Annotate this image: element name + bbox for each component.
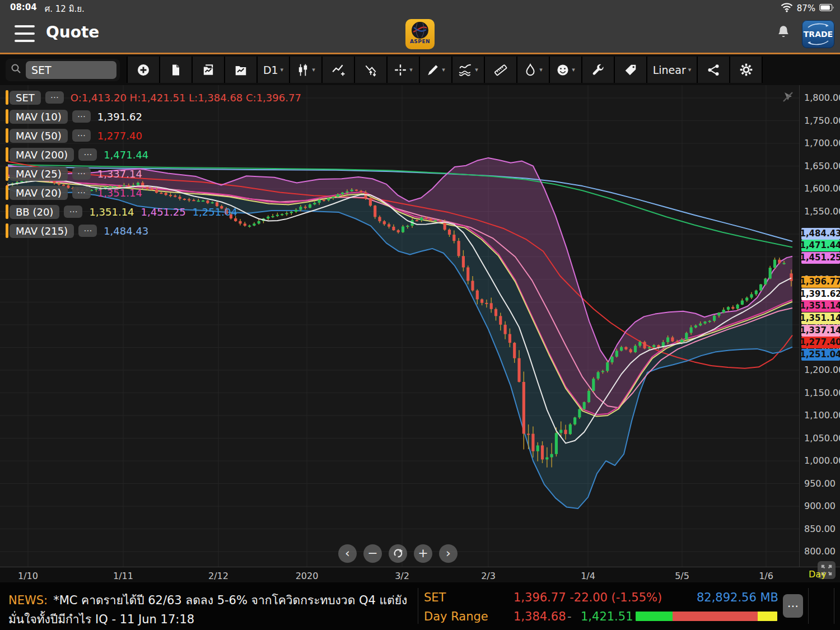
range-bar-segment bbox=[636, 612, 673, 621]
y-axis-label: 1,050.00 bbox=[804, 433, 839, 444]
reset-view-button[interactable] bbox=[389, 544, 407, 563]
indicator-value: 1,251.04 bbox=[193, 206, 237, 218]
indicator-pill[interactable]: MAV (50) bbox=[10, 129, 68, 143]
y-axis-label: 900.00 bbox=[804, 501, 839, 511]
y-axis-label: 1,550.00 bbox=[804, 206, 839, 217]
indicator-options-button[interactable]: ⋯ bbox=[72, 186, 91, 199]
legend-row-mav-20: MAV (20)⋯1,351.14 bbox=[6, 185, 301, 200]
aspen-logo: ASPEN bbox=[405, 19, 435, 49]
indicator-accent bbox=[6, 109, 8, 124]
droplet-icon bbox=[524, 63, 537, 77]
tag-button[interactable] bbox=[614, 57, 646, 83]
indicator-accent bbox=[6, 204, 8, 219]
gear-icon bbox=[739, 63, 753, 77]
menu-button[interactable] bbox=[15, 25, 35, 42]
chevron-down-icon: ▾ bbox=[442, 66, 445, 73]
save-chart-layout-button[interactable] bbox=[224, 57, 256, 83]
scale-dropdown[interactable]: Linear▾ bbox=[646, 57, 697, 83]
trade-arrow-bottom-icon bbox=[806, 40, 830, 46]
share-button[interactable] bbox=[697, 57, 729, 83]
status-bar: 08:04 ศ. 12 มิ.ย. 87% bbox=[0, 0, 840, 16]
indicator-pill[interactable]: MAV (200) bbox=[10, 148, 74, 162]
indicator-value: 1,337.14 bbox=[97, 168, 142, 180]
indicator-pill[interactable]: MAV (25) bbox=[10, 167, 68, 181]
open-chart-layouts-button[interactable] bbox=[192, 57, 224, 83]
chart-type-dropdown[interactable]: ▾ bbox=[289, 57, 321, 83]
add-symbol-button[interactable] bbox=[127, 57, 159, 83]
news-ticker-line1[interactable]: NEWS:*MC คาดรายได้ปี 62/63 ลดลง 5-6% จาก… bbox=[8, 591, 407, 609]
x-axis-label: 2/12 bbox=[200, 571, 236, 581]
measure-button[interactable] bbox=[484, 57, 516, 83]
settings-tools-button[interactable] bbox=[581, 57, 614, 83]
indicator-options-button[interactable]: ⋯ bbox=[72, 167, 91, 180]
news-text-1: *MC คาดรายได้ปี 62/63 ลดลง 5-6% จากโควิด… bbox=[53, 594, 407, 607]
price-tag: 1,396.77 bbox=[801, 276, 840, 288]
folder-charts-icon bbox=[202, 63, 215, 77]
interval-label: D1 bbox=[263, 64, 278, 76]
indicator-pill[interactable]: MAV (20) bbox=[10, 186, 68, 200]
search-input[interactable]: SET bbox=[26, 61, 116, 79]
indicator-options-button[interactable]: ⋯ bbox=[64, 206, 82, 218]
indicator-pill[interactable]: BB (20) bbox=[10, 205, 59, 219]
indicator-options-button[interactable]: ⋯ bbox=[72, 110, 91, 123]
indicator-options-button[interactable]: ⋯ bbox=[78, 225, 97, 237]
trade-button[interactable]: TRADE bbox=[802, 20, 834, 48]
x-axis-label: 1/10 bbox=[10, 571, 46, 581]
share-icon bbox=[707, 63, 720, 77]
settings-button[interactable] bbox=[729, 57, 763, 83]
price-tag: 1,251.04 bbox=[801, 349, 840, 361]
legend-row-mav-25: MAV (25)⋯1,337.14 bbox=[6, 166, 301, 181]
search-field[interactable]: SET bbox=[6, 59, 120, 81]
notifications-bell-icon[interactable] bbox=[776, 25, 791, 41]
smiley-icon bbox=[556, 63, 570, 77]
chevron-down-icon: ▾ bbox=[281, 66, 284, 73]
pan-right-button[interactable]: › bbox=[439, 544, 458, 563]
emoji-dropdown[interactable]: ▾ bbox=[549, 57, 581, 83]
price-tag: 1,337.14 bbox=[801, 325, 840, 337]
indicator-options-button[interactable]: ⋯ bbox=[72, 129, 91, 142]
zoom-in-button[interactable]: + bbox=[414, 544, 432, 563]
fibonacci-tools-dropdown[interactable]: ▾ bbox=[451, 57, 484, 83]
indicator-accent bbox=[6, 128, 8, 143]
candlestick-icon bbox=[296, 63, 310, 77]
wave-tool-icon bbox=[458, 63, 473, 77]
ruler-icon bbox=[494, 63, 507, 77]
price-tag: 1,351.14 bbox=[801, 300, 840, 312]
pan-left-button[interactable]: ‹ bbox=[338, 544, 357, 563]
divider bbox=[834, 588, 834, 624]
indicator-value: O:1,413.20 H:1,421.51 L:1,384.68 C:1,396… bbox=[71, 92, 301, 104]
crosshair-icon bbox=[394, 63, 407, 77]
period-label[interactable]: Day bbox=[809, 569, 827, 580]
new-chart-button[interactable] bbox=[159, 57, 192, 83]
zoom-out-button[interactable]: − bbox=[363, 544, 382, 563]
price-tag: 1,471.44 bbox=[801, 240, 840, 251]
draw-tools-dropdown[interactable]: ▾ bbox=[419, 57, 451, 83]
shapes-dropdown[interactable]: ▾ bbox=[516, 57, 549, 83]
indicator-value: 1,351.14 bbox=[89, 206, 134, 218]
news-ticker-line2[interactable]: มั่นใจทั้งปีมีกำไร IQ - 11 Jun 17:18 bbox=[8, 610, 194, 628]
indicator-pill[interactable]: SET bbox=[10, 91, 41, 105]
indicator-pill[interactable]: MAV (10) bbox=[10, 110, 68, 124]
add-study-button[interactable] bbox=[321, 57, 354, 83]
indicator-value: 1,471.44 bbox=[104, 149, 148, 161]
folder-chart-icon bbox=[234, 63, 248, 77]
indicator-pill[interactable]: MAV (215) bbox=[10, 224, 74, 238]
trend-line-plus-icon bbox=[332, 63, 345, 77]
y-axis-label: 1,150.00 bbox=[804, 388, 839, 398]
indicator-accent bbox=[6, 90, 8, 105]
status-date: ศ. 12 มิ.ย. bbox=[45, 2, 85, 16]
auto-scale-button[interactable] bbox=[354, 57, 386, 83]
crosshair-off-icon[interactable] bbox=[782, 91, 794, 105]
price-tag: 1,351.14 bbox=[801, 312, 840, 324]
more-options-button[interactable]: ⋯ bbox=[783, 594, 803, 618]
chart-panel[interactable]: SET⋯O:1,413.20 H:1,421.51 L:1,384.68 C:1… bbox=[0, 85, 840, 582]
indicator-legend: SET⋯O:1,413.20 H:1,421.51 L:1,384.68 C:1… bbox=[6, 90, 301, 242]
indicator-options-button[interactable]: ⋯ bbox=[45, 91, 64, 104]
interval-dropdown[interactable]: D1▾ bbox=[256, 57, 289, 83]
bottom-info-bar: NEWS:*MC คาดรายได้ปี 62/63 ลดลง 5-6% จาก… bbox=[0, 582, 840, 630]
document-icon bbox=[170, 63, 182, 77]
day-range-label: Day Range bbox=[424, 610, 488, 623]
battery-icon bbox=[819, 3, 834, 13]
crosshair-dropdown[interactable]: ▾ bbox=[386, 57, 419, 83]
indicator-options-button[interactable]: ⋯ bbox=[78, 148, 97, 161]
